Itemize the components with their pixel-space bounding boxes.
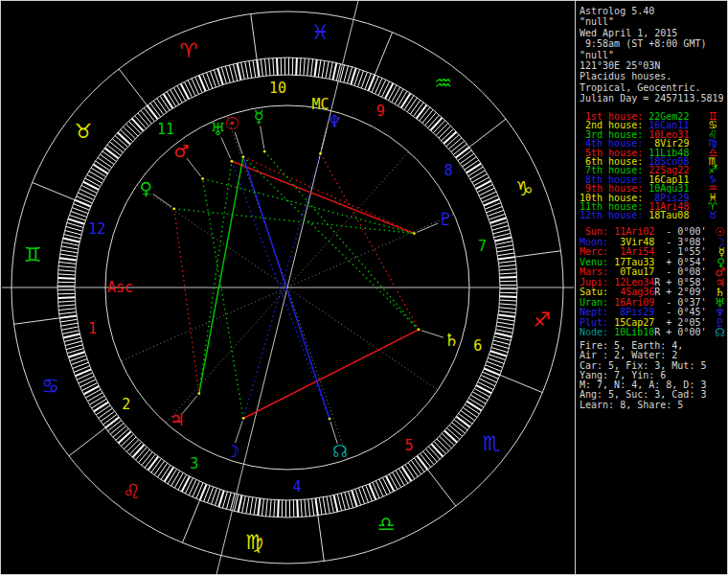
planet-degree-dot — [242, 417, 245, 420]
degree-tick — [499, 311, 516, 313]
degree-tick — [497, 253, 514, 256]
header-line: 121°30E 25°03N — [580, 60, 724, 71]
degree-tick — [382, 81, 390, 97]
degree-tick — [463, 157, 477, 167]
degree-tick — [63, 239, 80, 242]
degree-tick — [398, 91, 407, 105]
degree-tick — [300, 58, 301, 75]
degree-tick — [496, 326, 513, 329]
degree-tick — [189, 480, 196, 495]
house-number-6: 6 — [473, 337, 482, 355]
degree-tick — [375, 78, 382, 93]
degree-tick — [104, 148, 118, 158]
planet-pointer — [221, 138, 231, 159]
degree-tick — [422, 109, 433, 123]
degree-tick — [60, 254, 78, 257]
degree-tick — [63, 334, 80, 338]
degree-tick — [167, 92, 175, 106]
house-number-1: 1 — [88, 320, 97, 337]
degree-tick — [448, 138, 462, 150]
degree-tick — [112, 139, 125, 150]
wheel-planet-moon: ☽ — [225, 441, 240, 461]
aspect-line-moon-saturn — [243, 330, 419, 419]
degree-tick — [439, 126, 451, 138]
aspect-line-uranus-node — [232, 161, 330, 419]
sign-glyph-scorpio: ♏ — [483, 432, 501, 455]
degree-tick — [138, 113, 149, 126]
aspect-line-sun-jupiter — [199, 157, 243, 394]
sign-glyph-cancer: ♋ — [41, 375, 59, 398]
degree-tick — [64, 337, 80, 341]
degree-tick — [477, 184, 492, 192]
degree-tick — [452, 423, 466, 433]
sign-glyph-pisces: ♓ — [311, 21, 330, 44]
degree-tick — [81, 185, 97, 193]
degree-tick — [58, 309, 76, 310]
degree-tick — [456, 147, 469, 157]
planet-position-list: Sun: 11Ari02 - 0°00'☉Moon: 3Vir48 - 3°08… — [580, 227, 727, 338]
sign-glyph-sagittarius: ♐ — [533, 309, 551, 332]
degree-tick — [58, 266, 76, 268]
degree-tick — [60, 319, 78, 322]
degree-tick — [456, 417, 469, 427]
degree-tick — [451, 141, 465, 151]
degree-tick — [66, 345, 82, 350]
degree-tick — [476, 181, 491, 189]
degree-tick — [319, 497, 322, 515]
degree-tick — [396, 471, 404, 485]
degree-tick — [65, 230, 81, 234]
degree-tick — [235, 494, 239, 512]
planet-pointer — [330, 422, 337, 444]
degree-tick — [154, 461, 164, 475]
degree-tick — [65, 341, 81, 346]
house-number-10: 10 — [269, 80, 286, 97]
degree-tick — [498, 314, 515, 316]
house-cusp-line — [287, 151, 409, 288]
aspect-line-neptune-saturn — [321, 153, 420, 330]
degree-tick — [418, 456, 428, 470]
degree-tick — [423, 451, 434, 465]
degree-tick — [297, 500, 298, 518]
house-cusp-line — [166, 288, 287, 424]
degree-tick — [497, 249, 514, 252]
degree-tick — [125, 124, 138, 136]
degree-tick — [132, 445, 144, 457]
degree-tick — [437, 439, 449, 451]
degree-tick — [58, 270, 76, 271]
degree-tick — [499, 308, 516, 310]
header-line: Julian Day = 2457113.5819 — [580, 93, 724, 104]
degree-tick — [449, 426, 463, 437]
degree-tick — [307, 58, 309, 76]
house-number-12: 12 — [88, 220, 105, 238]
degree-tick — [318, 60, 321, 78]
degree-tick — [96, 161, 110, 171]
degree-tick — [494, 233, 511, 237]
degree-tick — [480, 379, 495, 386]
wheel-planet-sun: ☉ — [224, 113, 239, 133]
zodiac-sign-icon: ♉ — [708, 210, 717, 220]
midheaven-label: MC — [311, 96, 329, 113]
planet-degree-dot — [242, 155, 245, 158]
degree-tick — [174, 472, 183, 488]
degree-tick — [465, 404, 479, 414]
degree-tick — [405, 465, 415, 479]
degree-tick — [481, 192, 496, 199]
degree-tick — [410, 100, 420, 114]
house-number-11: 11 — [157, 121, 174, 138]
degree-tick — [311, 58, 313, 76]
degree-tick — [385, 83, 393, 99]
degree-tick — [431, 444, 443, 456]
degree-tick — [93, 165, 107, 174]
header-line: Tropical, Geocentric. — [580, 82, 724, 93]
sign-boundary — [251, 14, 257, 60]
degree-tick — [118, 431, 130, 443]
sign-glyph-capricorn: ♑ — [515, 177, 534, 200]
degree-tick — [470, 171, 485, 179]
degree-tick — [80, 189, 95, 196]
degree-tick — [336, 64, 340, 81]
degree-tick — [402, 467, 412, 481]
degree-tick — [500, 281, 517, 282]
degree-tick — [109, 142, 123, 152]
degree-tick — [92, 399, 106, 407]
sign-glyph-leo: ♌ — [123, 480, 141, 503]
